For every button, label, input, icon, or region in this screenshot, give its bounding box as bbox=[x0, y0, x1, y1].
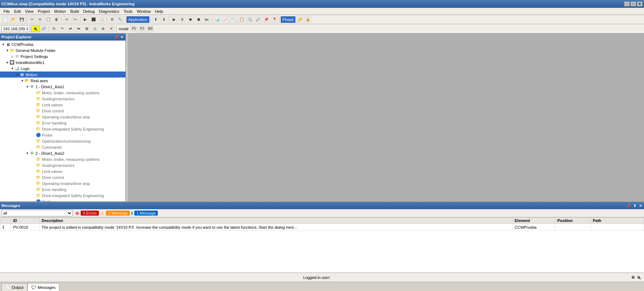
tb-btn-t2-3[interactable]: ⇄ bbox=[66, 25, 74, 32]
tb-p0-btn[interactable]: P0 bbox=[130, 25, 138, 32]
tree-item-limit1[interactable]: 📁 Limit values bbox=[0, 102, 125, 108]
tree-item-axis1[interactable]: ▼ ⚙ 1 - Drive1_Axis1 bbox=[0, 84, 125, 90]
tb-btn-e5[interactable]: 🔍 bbox=[246, 16, 254, 23]
tree-item-ccwprueba[interactable]: ▼ 🖥 CCWPrueba bbox=[0, 41, 125, 47]
tree-item-scaling2[interactable]: 📁 Scaling/mechanics bbox=[0, 162, 125, 168]
menu-help[interactable]: Help bbox=[153, 9, 165, 14]
redo-button[interactable]: ↪ bbox=[71, 16, 79, 23]
tree-item-optim1[interactable]: 📁 Optimization/commissioning bbox=[0, 138, 125, 144]
tb-btn-b2[interactable]: 🔧 bbox=[116, 16, 124, 23]
toggle-real-axes[interactable]: ▼ bbox=[21, 79, 24, 83]
tree-item-real-axes[interactable]: ▼ 📂 Real axes bbox=[0, 78, 125, 84]
tree-item-limit2[interactable]: 📁 Limit values bbox=[0, 168, 125, 174]
tb-btn-f1[interactable]: 🔑 bbox=[296, 16, 304, 23]
tree-item-indramoto[interactable]: ▼ 🔲 IndraMotionMlc1 bbox=[0, 59, 125, 65]
menu-motion[interactable]: Motion bbox=[52, 9, 68, 14]
tb-btn-e7[interactable]: 📌 bbox=[262, 16, 270, 23]
tb-btn-t2-4[interactable]: ⇆ bbox=[75, 25, 82, 32]
tb-btn-d4[interactable]: ⏹ bbox=[195, 16, 203, 23]
minimize-button[interactable]: ─ bbox=[624, 1, 630, 6]
copy-button[interactable]: ⎘ bbox=[36, 16, 44, 23]
tree-item-safety2[interactable]: 📁 Drive-integrated Safety Engineering bbox=[0, 192, 125, 199]
toggle-logic[interactable]: ▼ bbox=[11, 67, 14, 70]
close-button[interactable]: ✕ bbox=[637, 1, 643, 6]
tree-item-cmds1[interactable]: 📁 Commands bbox=[0, 144, 125, 150]
tab-output[interactable]: 📄 Output bbox=[1, 283, 27, 291]
tb-btn-t2-7[interactable]: ⊗ bbox=[99, 25, 107, 32]
toggle-axis1[interactable]: ▼ bbox=[26, 85, 29, 89]
tb-btn-e2[interactable]: 📈 bbox=[221, 16, 229, 23]
toggle-motion[interactable]: ▼ bbox=[16, 73, 19, 76]
tab-messages[interactable]: 💬 Messages bbox=[27, 283, 59, 291]
menu-view[interactable]: View bbox=[23, 9, 36, 14]
tree-item-error2[interactable]: 📁 Error handling bbox=[0, 186, 125, 192]
tb-btn-a1[interactable]: ▶ bbox=[81, 16, 89, 23]
tree-item-probe1[interactable]: 🔵 Probe bbox=[0, 132, 125, 138]
tb-btn-t2-2[interactable]: ↷ bbox=[58, 25, 66, 32]
open-button[interactable]: 📂 bbox=[10, 16, 17, 23]
table-row[interactable]: ℹ PV-0010 The project is edited in compa… bbox=[0, 224, 644, 231]
tb-btn-f2[interactable]: 🔒 bbox=[304, 16, 312, 23]
tree-item-opmode2[interactable]: 📁 Operating modes/drive stop bbox=[0, 180, 125, 186]
tree-item-scaling1[interactable]: 📁 Scaling/mechanics bbox=[0, 96, 125, 102]
tb-btn-t2-1[interactable]: ↻ bbox=[50, 25, 58, 32]
tb-btn-c1[interactable]: ⬆ bbox=[152, 16, 160, 23]
tb-btn-e4[interactable]: 📋 bbox=[238, 16, 246, 23]
delete-button[interactable]: 🗑 bbox=[53, 16, 60, 23]
tree-item-motor2[interactable]: 📁 Motor, brake, measuring systems bbox=[0, 156, 125, 162]
messages-badge[interactable]: 1 Message bbox=[134, 211, 158, 216]
tb-btn-t2-6[interactable]: ⚠ bbox=[91, 25, 99, 32]
pe-close-btn[interactable]: ✕ bbox=[120, 35, 124, 39]
tree-item-probe2[interactable]: 🔵 Probe bbox=[0, 199, 125, 201]
errors-badge[interactable]: 0 Errors bbox=[81, 211, 99, 216]
warnings-badge[interactable]: 0 Warnings bbox=[106, 211, 130, 216]
tree-item-general-folder[interactable]: ▼ 📁 General Module Folder bbox=[0, 47, 125, 53]
menu-build[interactable]: Build bbox=[68, 9, 81, 14]
tb-btn-e1[interactable]: 📊 bbox=[213, 16, 221, 23]
tree-item-opmode1[interactable]: 📁 Operating modes/drive stop bbox=[0, 114, 125, 120]
tb-btn-e3[interactable]: 📉 bbox=[230, 16, 237, 23]
tb-p2-btn[interactable]: P2 bbox=[138, 25, 146, 32]
new-button[interactable]: 📄 bbox=[1, 16, 9, 23]
tb-btn-e8[interactable]: 📍 bbox=[270, 16, 278, 23]
messages-filter-select[interactable]: all bbox=[1, 210, 73, 216]
tb-btn-a3[interactable]: ⬜ bbox=[98, 16, 106, 23]
messages-pin-btn[interactable]: 📌 bbox=[626, 204, 631, 208]
menu-edit[interactable]: Edit bbox=[12, 9, 23, 14]
pe-pin-btn[interactable]: 📌 bbox=[113, 35, 119, 39]
tb-connect-btn[interactable]: 🔗 bbox=[40, 25, 48, 32]
tb-btn-t2-err[interactable]: ✕ bbox=[107, 25, 115, 32]
tb-btn-d3[interactable]: ⏺ bbox=[187, 16, 194, 23]
ip-highlight-btn[interactable]: 🔌 bbox=[31, 26, 39, 32]
toggle-axis2[interactable]: ▼ bbox=[26, 152, 29, 155]
tree-item-project-settings[interactable]: ▷ ⚙ Project Settings bbox=[0, 53, 125, 59]
toggle-indramoto[interactable]: ▼ bbox=[6, 61, 9, 64]
tree-item-error1[interactable]: 📁 Error handling bbox=[0, 120, 125, 126]
toggle-general-folder[interactable]: ▼ bbox=[6, 49, 9, 52]
tb-btn-d2[interactable]: ⏸ bbox=[178, 16, 186, 23]
tb-btn-e6[interactable]: 🔎 bbox=[254, 16, 262, 23]
tb-btn-a2[interactable]: ⬛ bbox=[90, 16, 97, 23]
tree-item-motion[interactable]: ▼ M Motion bbox=[0, 72, 125, 78]
toggle-project-settings[interactable]: ▷ bbox=[11, 55, 14, 58]
tree-item-safety1[interactable]: 📁 Drive-integrated Safety Engineering bbox=[0, 126, 125, 132]
messages-float-btn[interactable]: ⬆ bbox=[633, 204, 637, 208]
tb-btn-b1[interactable]: ⚙ bbox=[108, 16, 116, 23]
tb-btn-d5[interactable]: ⏭ bbox=[203, 16, 211, 23]
tree-item-motor1[interactable]: 📁 Motor, brake, measuring systems bbox=[0, 90, 125, 96]
tree-item-axis2[interactable]: ▼ ⚙ 2 - Drive1_Axis2 bbox=[0, 150, 125, 156]
tb-bb-btn[interactable]: BB bbox=[146, 25, 154, 32]
tb-btn-d1[interactable]: ▶ bbox=[170, 16, 178, 23]
menu-debug[interactable]: Debug bbox=[81, 9, 97, 14]
undo-button[interactable]: ↩ bbox=[63, 16, 71, 23]
menu-diagnostics[interactable]: Diagnostics bbox=[97, 9, 122, 14]
messages-close-btn[interactable]: ✕ bbox=[638, 204, 643, 208]
save-button[interactable]: 💾 bbox=[18, 16, 26, 23]
menu-file[interactable]: File bbox=[1, 9, 12, 14]
menu-project[interactable]: Project bbox=[36, 9, 52, 14]
cut-button[interactable]: ✂ bbox=[28, 16, 36, 23]
menu-tools[interactable]: Tools bbox=[121, 9, 135, 14]
tb-btn-t2-5[interactable]: 🖥 bbox=[83, 25, 91, 32]
tree-item-logic[interactable]: ▼ 📊 Logic bbox=[0, 65, 125, 72]
maximize-button[interactable]: □ bbox=[630, 1, 636, 6]
